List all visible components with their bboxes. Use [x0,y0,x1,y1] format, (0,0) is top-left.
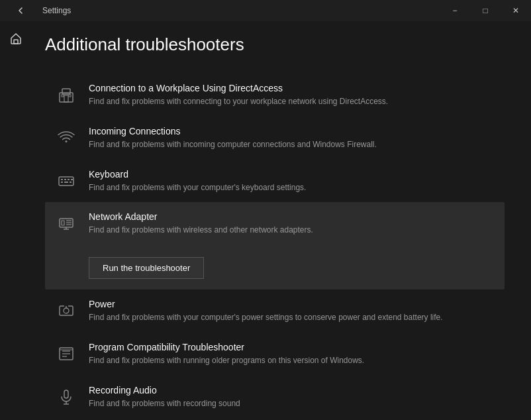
svg-point-23 [64,308,69,313]
svg-rect-2 [62,89,70,94]
svg-rect-30 [64,390,68,398]
main-area: Additional troubleshooters Connection to… [0,21,531,420]
item-name: Network Adapter [89,211,494,222]
svg-rect-0 [14,40,18,44]
item-desc: Find and fix problems with your computer… [89,182,494,193]
svg-rect-6 [59,177,73,185]
network-adapter-icon [56,213,77,234]
item-text: Recording Audio Find and fix problems wi… [89,385,494,409]
item-name: Program Compatibility Troubleshooter [89,342,494,352]
item-name: Recording Audio [89,385,494,395]
list-item[interactable]: Power Find and fix problems with your co… [45,289,505,333]
item-text: Connection to a Workplace Using DirectAc… [89,83,494,107]
home-icon[interactable] [9,32,23,48]
item-desc: Find and fix problems with your computer… [89,312,494,323]
svg-rect-8 [64,179,66,180]
svg-rect-12 [70,182,72,183]
page-title: Additional troubleshooters [45,34,505,55]
svg-rect-10 [61,182,63,183]
item-name: Connection to a Workplace Using DirectAc… [89,83,494,93]
list-item[interactable]: Recording Audio Find and fix problems wi… [45,376,505,419]
item-name: Power [89,299,494,309]
item-desc: Find and fix problems with incoming comp… [89,139,494,150]
svg-rect-7 [61,179,63,180]
list-item[interactable]: Incoming Connections Find and fix proble… [45,117,505,160]
item-name: Incoming Connections [89,126,494,136]
list-item[interactable]: Connection to a Workplace Using DirectAc… [45,74,505,117]
svg-rect-9 [68,179,70,180]
item-name: Keyboard [89,169,494,180]
svg-rect-3 [64,95,68,102]
list-item[interactable]: Keyboard Find and fix problems with your… [45,160,505,203]
item-text: Keyboard Find and fix problems with your… [89,169,494,193]
network-item-main: Network Adapter Find and fix problems wi… [56,211,494,236]
item-text: Program Compatibility Troubleshooter Fin… [89,342,494,366]
sidebar [0,21,32,420]
content-area: Additional troubleshooters Connection to… [32,21,531,420]
svg-rect-5 [69,95,71,97]
close-button[interactable]: ✕ [501,0,531,21]
keyboard-icon [56,170,77,191]
item-desc: Find and fix problems with connecting to… [89,96,494,107]
minimize-button[interactable]: − [440,0,470,21]
item-text: Power Find and fix problems with your co… [89,299,494,323]
item-text: Network Adapter Find and fix problems wi… [89,211,494,236]
microphone-icon [56,386,77,407]
item-desc: Find and fix problems with recording sou… [89,398,494,409]
list-item[interactable]: Program Compatibility Troubleshooter Fin… [45,333,505,376]
item-desc: Find and fix problems with running older… [89,355,494,366]
svg-rect-4 [62,95,64,97]
title-bar: Settings − □ ✕ [0,0,531,21]
power-icon [56,300,77,321]
back-button[interactable] [5,0,36,21]
svg-rect-11 [64,182,68,183]
window-title: Settings [42,6,71,15]
svg-rect-13 [71,179,73,180]
wifi-icon [56,127,77,148]
item-text: Incoming Connections Find and fix proble… [89,126,494,150]
item-desc: Find and fix problems with wireless and … [89,225,494,236]
run-troubleshooter-button[interactable]: Run the troubleshooter [89,257,204,279]
svg-rect-15 [62,221,64,225]
building-icon [56,84,77,105]
maximize-button[interactable]: □ [470,0,501,21]
window-controls: − □ ✕ [440,0,531,21]
list-item-network-adapter[interactable]: Network Adapter Find and fix problems wi… [45,202,505,289]
program-icon [56,343,77,364]
